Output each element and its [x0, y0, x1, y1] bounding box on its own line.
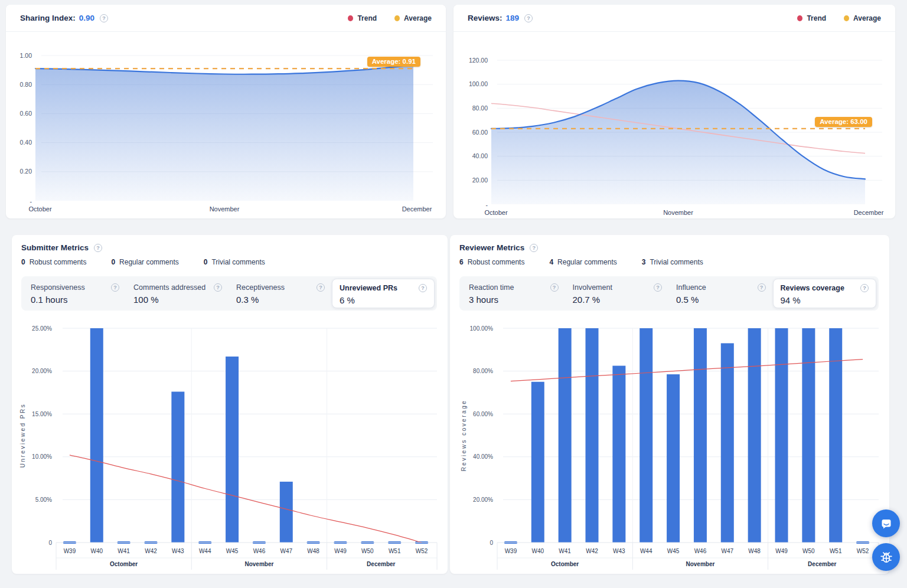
week-label: W43 — [613, 548, 625, 554]
x-axis-label: October — [484, 209, 507, 216]
metric-card-reaction-time[interactable]: Reaction time? 3 hours — [462, 279, 566, 308]
y-axis-tick: 80.00 — [472, 104, 488, 112]
week-label: W47 — [280, 548, 293, 554]
legend-item-trend[interactable]: Trend — [797, 14, 826, 22]
trend-line — [70, 455, 422, 543]
trend-dot-icon — [348, 15, 353, 21]
bar-W44[interactable] — [640, 328, 652, 543]
week-label: W43 — [172, 548, 184, 554]
help-icon[interactable]: ? — [94, 244, 102, 252]
bar-W47[interactable] — [280, 482, 293, 543]
legend-item-average[interactable]: Average — [844, 14, 881, 22]
bar-W42[interactable] — [586, 328, 599, 543]
y-axis-tick: 10.00% — [32, 453, 52, 460]
metric-cards: Responsiveness? 0.1 hours Comments addre… — [21, 276, 437, 311]
stat-trivial-comments: 0Trivial comments — [204, 258, 265, 266]
bar-W45[interactable] — [226, 357, 239, 543]
week-label: W46 — [694, 548, 707, 554]
help-icon[interactable]: ? — [530, 244, 538, 252]
panel-header: Reviews: 189 ? Trend Average — [454, 5, 895, 32]
metric-card-unreviewed-prs[interactable]: Unreviewed PRs? 6 % — [332, 279, 435, 308]
y-axis-tick: 0.40 — [20, 139, 32, 146]
bar-W46[interactable] — [694, 328, 707, 543]
card-value: 6 % — [340, 295, 427, 305]
bar-W41[interactable] — [559, 328, 572, 543]
legend-item-trend[interactable]: Trend — [348, 14, 377, 22]
week-label: W49 — [334, 548, 347, 554]
week-label: W45 — [667, 548, 680, 554]
help-icon[interactable]: ? — [550, 283, 559, 292]
x-axis-label: October — [28, 205, 51, 213]
bar-W43[interactable] — [171, 391, 184, 543]
help-icon[interactable]: ? — [758, 283, 766, 292]
y-axis-tick: 1.00 — [20, 52, 32, 59]
stat-regular-comments: 4Regular comments — [549, 258, 616, 266]
panel-title: Reviews: 189 ? — [468, 14, 533, 22]
help-icon[interactable]: ? — [860, 284, 869, 292]
chat-button[interactable] — [872, 509, 900, 537]
chat-bubble-icon — [879, 517, 893, 531]
bar-W45[interactable] — [667, 374, 680, 543]
card-label: Influence — [676, 283, 706, 292]
panel-title: Submitter Metrics ? — [21, 243, 438, 252]
metric-card-comments-addressed[interactable]: Comments addressed? 100 % — [126, 279, 229, 308]
panel-title-label: Reviews: — [468, 14, 503, 22]
help-icon[interactable]: ? — [100, 14, 108, 22]
y-axis-tick: 0.60 — [20, 110, 32, 117]
card-label: Reviews coverage — [781, 284, 844, 292]
month-label: November — [244, 561, 273, 567]
week-label: W42 — [586, 548, 598, 554]
sharing-index-chart: 1.000.800.600.400.20-OctoberNovemberDece… — [6, 5, 446, 218]
bar-W50[interactable] — [802, 328, 815, 543]
bar-W47[interactable] — [721, 343, 734, 543]
help-icon[interactable]: ? — [317, 283, 325, 292]
stat-robust-comments: 0Robust comments — [21, 258, 86, 266]
bar-W48[interactable] — [748, 328, 761, 543]
panel-header: Submitter Metrics ? 0Robust comments 0Re… — [12, 235, 448, 266]
help-icon[interactable]: ? — [111, 283, 119, 292]
stat-robust-comments: 6Robust comments — [459, 258, 524, 266]
week-label: W51 — [830, 548, 842, 554]
metric-card-influence[interactable]: Influence? 0.5 % — [669, 279, 773, 308]
card-value: 0.1 hours — [31, 295, 119, 305]
month-label: Octomber — [110, 561, 138, 567]
week-label: W52 — [416, 548, 428, 554]
panel-title-label: Submitter Metrics — [21, 243, 89, 252]
week-label: W45 — [226, 548, 239, 554]
panel-title-value: 0.90 — [79, 14, 94, 22]
card-value: 0.5 % — [676, 295, 766, 305]
y-axis-tick: 120.00 — [469, 57, 488, 64]
reviewer-metrics-panel: Reviewer Metrics ? 6Robust comments 4Reg… — [450, 235, 889, 574]
bug-report-button[interactable] — [872, 543, 900, 571]
x-axis-label: November — [663, 209, 693, 216]
legend-average-label: Average — [853, 14, 881, 22]
y-axis-tick: 0 — [490, 540, 493, 546]
help-icon[interactable]: ? — [654, 283, 662, 292]
metric-card-receptiveness[interactable]: Receptiveness? 0.3 % — [229, 279, 332, 308]
week-label: W51 — [389, 548, 401, 554]
metric-cards: Reaction time? 3 hours Involvement? 20.7… — [459, 276, 879, 311]
metric-card-reviews-coverage[interactable]: Reviews coverage? 94 % — [773, 279, 877, 308]
reviews-panel: Reviews: 189 ? Trend Average Average: 63… — [454, 5, 895, 218]
help-icon[interactable]: ? — [419, 284, 427, 292]
card-value: 0.3 % — [236, 295, 325, 305]
card-label: Unreviewed PRs — [340, 284, 397, 292]
week-label: W52 — [857, 548, 869, 554]
help-icon[interactable]: ? — [214, 283, 222, 292]
bar-W40[interactable] — [90, 328, 103, 543]
stat-trivial-comments: 3Trivial comments — [642, 258, 703, 266]
y-axis-tick: 60.00% — [473, 411, 493, 417]
y-axis-tick: 40.00% — [473, 453, 493, 460]
bar-W40[interactable] — [531, 382, 544, 543]
metric-card-involvement[interactable]: Involvement? 20.7 % — [566, 279, 670, 308]
metric-card-responsiveness[interactable]: Responsiveness? 0.1 hours — [24, 279, 126, 308]
legend-item-average[interactable]: Average — [394, 14, 432, 22]
bar-W43[interactable] — [612, 366, 625, 543]
y-axis-tick: 25.00% — [32, 325, 52, 332]
bar-W49[interactable] — [775, 328, 788, 543]
card-label: Responsiveness — [31, 283, 85, 292]
week-label: W41 — [559, 548, 571, 554]
average-badge: Average: 63.00 — [815, 117, 872, 127]
y-axis-tick: 20.00 — [472, 177, 488, 184]
help-icon[interactable]: ? — [524, 14, 533, 22]
